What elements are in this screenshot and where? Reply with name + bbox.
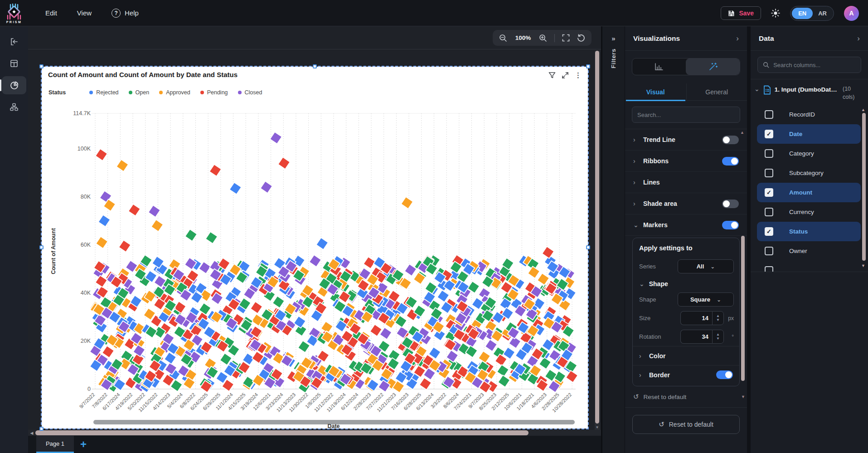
save-button[interactable]: Save [721,6,761,20]
chart-widget[interactable]: 020K40K60K80K100K114.7KCount of Amount9/… [42,67,588,429]
tab-general[interactable]: General [686,83,747,100]
add-page-button[interactable]: + [80,439,87,450]
stepper-up-icon[interactable]: ▲ [716,333,720,336]
column-checkbox[interactable]: ✓ [765,130,773,138]
zoom-out-button[interactable] [499,34,507,42]
viz-mode-chart-button[interactable] [632,58,686,75]
column-checkbox[interactable] [765,247,773,255]
legend-item-approved[interactable]: Approved [159,89,190,96]
column-row-subcategory[interactable]: Subcategory [757,163,861,183]
color-section-row[interactable]: › Color [633,346,739,365]
rotation-stepper[interactable]: ▲ ▼ [712,330,724,344]
reset-to-default-button[interactable]: ↺ Reset to default [632,415,740,434]
rotation-input[interactable]: 34 [680,330,712,344]
selection-handle-bottom-left[interactable] [39,427,44,431]
setting-ribbons[interactable]: ›Ribbons [625,151,747,172]
viz-search[interactable] [632,107,740,123]
column-row-category[interactable]: Category [757,144,861,163]
shape-select[interactable]: Square ⌄ [678,292,734,307]
table-tree-item[interactable]: ⌄ 1. Input (DumboData.... (10 cols) [751,79,868,105]
canvas-horizontal-scrollbar[interactable]: ◀ [28,430,601,436]
setting-lines[interactable]: ›Lines [625,172,747,193]
viz-mode-magic-button[interactable] [686,58,740,75]
stepper-down-icon[interactable]: ▼ [716,318,720,322]
tab-visual[interactable]: Visual [625,83,686,100]
data-search-input[interactable] [773,62,856,68]
column-checkbox[interactable]: ✓ [765,188,773,197]
border-section-row[interactable]: › Border [633,365,739,384]
column-checkbox[interactable] [765,169,773,177]
lang-en[interactable]: EN [792,8,813,19]
column-row-date[interactable]: ✓Date [757,124,861,144]
menu-edit[interactable]: Edit [45,9,57,17]
series-select[interactable]: All ⌄ [678,259,734,273]
column-row-partial[interactable] [757,261,861,272]
legend-item-closed[interactable]: Closed [238,89,262,96]
column-row-recordid[interactable]: RecordID [757,105,861,124]
menu-view[interactable]: View [77,9,92,17]
app-logo[interactable]: PRISM [0,3,28,24]
language-toggle[interactable]: EN AR [790,6,834,21]
setting-markers[interactable]: ⌄Markers [625,214,747,236]
column-row-status[interactable]: ✓Status [757,222,861,241]
column-row-currency[interactable]: Currency [757,202,861,222]
stepper-down-icon[interactable]: ▼ [716,337,720,341]
selection-handle-top-right[interactable] [586,64,590,68]
column-checkbox[interactable] [765,208,773,216]
rail-dashboard-button[interactable] [2,54,26,73]
menu-help[interactable]: ? Help [112,9,139,18]
data-panel-scrollbar[interactable] [862,113,866,261]
scroll-up-cue-icon[interactable]: ▲ [740,130,744,135]
legend-item-open[interactable]: Open [129,89,150,96]
scroll-down-cue-icon[interactable]: ▼ [741,395,745,399]
selection-handle-top-left[interactable] [39,64,44,68]
chart-expand-button[interactable] [562,72,569,79]
column-checkbox[interactable] [765,110,773,119]
viz-search-input[interactable] [637,112,735,118]
stepper-up-icon[interactable]: ▲ [716,314,720,318]
fit-screen-button[interactable] [562,34,570,42]
column-checkbox[interactable] [765,266,773,272]
scroll-down-cue-icon[interactable]: ▼ [861,263,865,268]
column-checkbox[interactable] [765,149,773,158]
legend-item-rejected[interactable]: Rejected [89,89,118,96]
reset-view-button[interactable] [577,34,585,42]
collapse-panel-icon[interactable]: › [736,34,739,42]
filters-label[interactable]: Filters [610,49,617,68]
selection-handle-top-center[interactable] [313,64,317,68]
horizontal-scroll-thumb[interactable] [35,430,529,435]
rail-charts-button[interactable] [2,76,26,94]
scroll-left-arrow-icon[interactable]: ◀ [28,431,35,435]
lang-ar[interactable]: AR [813,8,832,19]
vertical-scroll-thumb[interactable] [595,51,599,424]
data-search[interactable] [757,57,861,73]
zoom-in-button[interactable] [539,34,547,42]
trend-line-toggle[interactable] [722,136,739,144]
rail-flow-button[interactable] [2,98,26,116]
user-avatar[interactable]: A [844,6,859,21]
markers-toggle[interactable] [722,221,739,229]
scroll-down-arrow-icon[interactable]: ▼ [595,425,600,429]
rail-collapse-button[interactable] [2,33,26,51]
chart-more-button[interactable]: ⋮ [575,71,582,79]
selection-handle-left-center[interactable] [39,245,44,249]
canvas-vertical-scrollbar[interactable]: ▼ [595,51,600,453]
size-stepper[interactable]: ▲ ▼ [712,311,724,325]
legend-item-pending[interactable]: Pending [200,89,228,96]
viz-panel-scrollbar[interactable] [741,236,745,381]
selection-handle-right-center[interactable] [586,245,590,249]
setting-trend-line[interactable]: ›Trend Line [625,129,747,151]
ribbons-toggle[interactable] [722,157,739,166]
chevron-down-icon[interactable]: ⌄ [754,85,760,92]
collapse-panel-icon[interactable]: › [857,34,860,42]
page-tab-1[interactable]: Page 1 [36,436,74,453]
reset-to-default-link[interactable]: ↺ Reset to default ▼ [625,386,747,407]
column-row-amount[interactable]: ✓Amount [757,183,861,202]
shade-area-toggle[interactable] [722,200,739,208]
chart-filter-button[interactable] [548,72,556,79]
setting-shade-area[interactable]: ›Shade area [625,193,747,214]
column-checkbox[interactable]: ✓ [765,227,773,236]
column-row-owner[interactable]: Owner [757,241,861,261]
border-toggle[interactable] [716,370,733,379]
size-input[interactable]: 14 [680,311,712,325]
